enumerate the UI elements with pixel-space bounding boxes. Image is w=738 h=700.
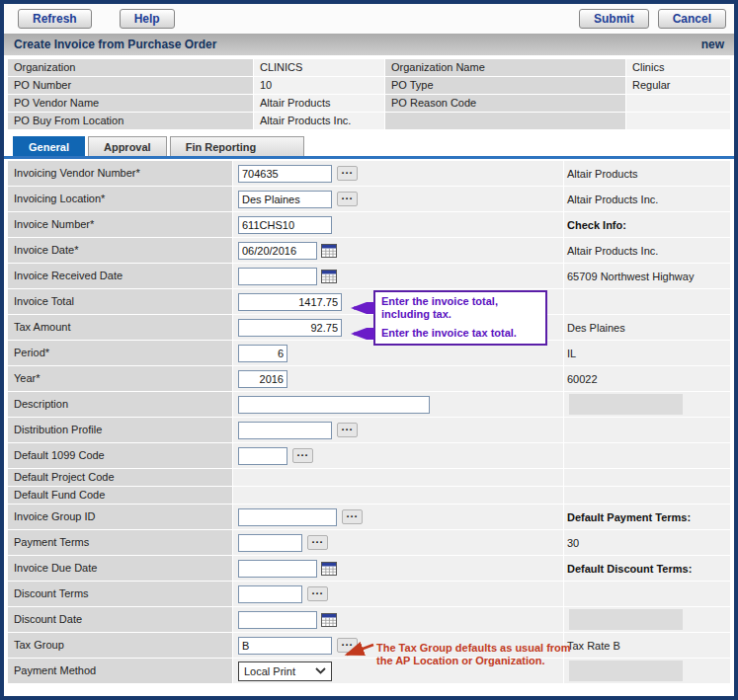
payment-terms-input[interactable]: [238, 534, 302, 552]
submit-button[interactable]: Submit: [579, 9, 649, 29]
field-label: PO Number: [8, 77, 253, 94]
default-payment-terms-value: 30: [567, 537, 579, 549]
form-row: Invoice Group ID Default Payment Terms:: [8, 505, 730, 529]
field-label: Payment Method: [8, 659, 232, 683]
field-value: Regular: [626, 77, 730, 94]
field-label: PO Buy From Location: [8, 113, 253, 129]
default-1099-lookup-icon[interactable]: [292, 448, 313, 463]
period-input[interactable]: [238, 345, 287, 362]
record-status-badge: new: [701, 38, 724, 51]
calendar-icon[interactable]: [321, 244, 337, 258]
location-lookup-icon[interactable]: [337, 192, 358, 206]
field-label: Invoice Group ID: [8, 505, 232, 529]
field-label: Distribution Profile: [8, 418, 232, 442]
distribution-profile-input[interactable]: [238, 422, 332, 439]
purple-left-arrow-icon: [344, 328, 375, 340]
invoice-number-input[interactable]: [238, 216, 332, 234]
form-row: Distribution Profile: [8, 418, 730, 442]
form-row: Default Fund Code: [8, 487, 730, 504]
year-input[interactable]: [238, 370, 287, 388]
field-label: Invoice Received Date: [8, 264, 232, 288]
check-city-text: Des Plaines: [567, 322, 625, 334]
page-title: Create Invoice from Purchase Order: [14, 38, 216, 51]
form-row: Invoice Number* Check Info:: [8, 212, 730, 237]
form-row: Payment Method Local Print: [8, 659, 730, 683]
tax-group-input[interactable]: [238, 637, 332, 655]
field-label: Default 1099 Code: [8, 443, 232, 468]
discount-terms-input[interactable]: [238, 585, 302, 603]
distribution-profile-lookup-icon[interactable]: [337, 423, 358, 437]
field-label: Invoice Number*: [8, 212, 232, 237]
field-label: Invoice Total: [8, 289, 232, 314]
field-label: PO Reason Code: [385, 95, 625, 112]
check-payee-text: Altair Products Inc.: [567, 245, 658, 257]
purple-left-arrow-icon: [344, 302, 375, 314]
field-label: PO Vendor Name: [8, 95, 253, 112]
field-label: Discount Terms: [8, 582, 232, 606]
invoice-date-input[interactable]: [238, 242, 317, 260]
field-label: Year*: [8, 366, 232, 391]
form-row: Invoicing Location* Altair Products Inc.: [8, 187, 730, 211]
invoice-total-note: Enter the invoice total, including tax.: [381, 295, 540, 321]
readonly-field-box: [569, 661, 683, 681]
general-tab-form: Invoicing Vendor Number* Altair Products…: [8, 161, 730, 683]
calendar-icon[interactable]: [321, 613, 337, 627]
po-header-row: PO Buy From Location Altair Products Inc…: [8, 113, 730, 129]
field-value: 10: [254, 77, 384, 94]
vendor-lookup-icon[interactable]: [337, 166, 358, 181]
po-header-row: PO Number 10 PO Type Regular: [8, 77, 730, 94]
field-label: Tax Amount: [8, 315, 232, 340]
po-header-row: PO Vendor Name Altair Products PO Reason…: [8, 95, 730, 112]
field-label: Period*: [8, 341, 232, 365]
form-row: Description: [8, 392, 730, 417]
tab-bar: General Approval Fin Reporting: [4, 136, 734, 159]
default-discount-terms-heading: Default Discount Terms:: [567, 563, 692, 575]
invoice-group-id-input[interactable]: [238, 508, 337, 526]
invoicing-location-input[interactable]: [238, 191, 332, 208]
field-label: Discount Date: [8, 607, 232, 632]
tax-rate-text: Tax Rate B: [567, 640, 620, 652]
vendor-name-text: Altair Products: [567, 168, 638, 180]
readonly-field-box: [569, 394, 683, 415]
refresh-button[interactable]: Refresh: [18, 9, 92, 29]
calendar-icon[interactable]: [321, 562, 337, 576]
check-zip-text: 60022: [567, 373, 598, 385]
chevron-down-icon: [315, 667, 326, 674]
form-row: Default Project Code: [8, 469, 730, 486]
tab-fin-reporting[interactable]: Fin Reporting: [170, 136, 305, 156]
location-name-text: Altair Products Inc.: [567, 194, 658, 205]
check-state-text: IL: [567, 348, 576, 359]
calendar-icon[interactable]: [321, 270, 337, 283]
field-label: Default Project Code: [8, 469, 232, 486]
tab-general[interactable]: General: [13, 136, 85, 156]
description-input[interactable]: [238, 396, 430, 414]
invoice-group-lookup-icon[interactable]: [342, 509, 363, 524]
tab-approval[interactable]: Approval: [88, 136, 167, 156]
payment-method-select[interactable]: Local Print: [238, 661, 332, 681]
field-label: Invoice Due Date: [8, 556, 232, 581]
form-row: Invoice Due Date Default Discount Terms:: [8, 556, 730, 581]
payment-terms-lookup-icon[interactable]: [307, 535, 328, 550]
form-row: Invoicing Vendor Number* Altair Products: [8, 161, 730, 186]
default-1099-code-input[interactable]: [238, 447, 287, 465]
tax-group-note: The Tax Group defaults as usual from the…: [376, 642, 572, 667]
field-label: Organization: [8, 59, 253, 76]
field-label: Description: [8, 392, 232, 417]
field-value: Altair Products Inc.: [254, 113, 384, 129]
field-label: PO Type: [385, 77, 625, 94]
cancel-button[interactable]: Cancel: [658, 9, 726, 29]
discount-terms-lookup-icon[interactable]: [307, 586, 328, 601]
annotation-callout-box: Enter the invoice total, including tax. …: [373, 290, 547, 346]
field-label: Invoicing Location*: [8, 187, 232, 211]
invoice-total-input[interactable]: [238, 293, 342, 311]
help-button[interactable]: Help: [120, 9, 175, 29]
po-header-row: Organization CLINICS Organization Name C…: [8, 59, 730, 76]
toolbar: Refresh Help Submit Cancel: [4, 4, 734, 34]
invoicing-vendor-number-input[interactable]: [238, 165, 332, 183]
po-header-panel: Organization CLINICS Organization Name C…: [8, 59, 730, 129]
invoice-due-date-input[interactable]: [238, 560, 317, 578]
form-row: Default 1099 Code: [8, 443, 730, 468]
discount-date-input[interactable]: [238, 611, 317, 629]
tax-amount-input[interactable]: [238, 319, 342, 337]
invoice-received-date-input[interactable]: [238, 268, 317, 285]
